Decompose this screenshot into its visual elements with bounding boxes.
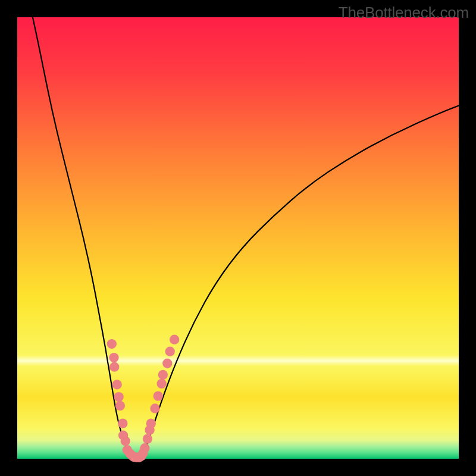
watermark-text: TheBottleneck.com bbox=[339, 4, 469, 22]
highlight-dot bbox=[170, 334, 179, 344]
chart-curve-layer bbox=[17, 17, 459, 459]
highlight-dot bbox=[109, 362, 119, 372]
highlight-dot bbox=[158, 370, 168, 380]
highlight-dot bbox=[154, 391, 163, 400]
highlight-dot bbox=[146, 418, 156, 428]
highlight-dot bbox=[118, 418, 127, 428]
highlight-dot bbox=[112, 380, 122, 389]
highlight-dot bbox=[150, 403, 159, 413]
highlight-markers bbox=[107, 334, 180, 462]
highlight-dot bbox=[107, 339, 117, 349]
highlight-dot bbox=[162, 359, 172, 368]
highlight-dot bbox=[143, 434, 152, 443]
curve-right-branch bbox=[136, 105, 459, 459]
highlight-dot bbox=[165, 347, 175, 356]
highlight-dot bbox=[109, 353, 118, 362]
highlight-dot bbox=[114, 392, 123, 402]
highlight-dot bbox=[140, 443, 149, 453]
highlight-dot bbox=[121, 436, 130, 446]
highlight-dot bbox=[156, 379, 166, 389]
chart-outer-frame: TheBottleneck.com bbox=[0, 0, 476, 476]
chart-plot-area bbox=[17, 17, 459, 459]
highlight-dot bbox=[115, 401, 125, 411]
curve-left-branch bbox=[33, 17, 136, 459]
